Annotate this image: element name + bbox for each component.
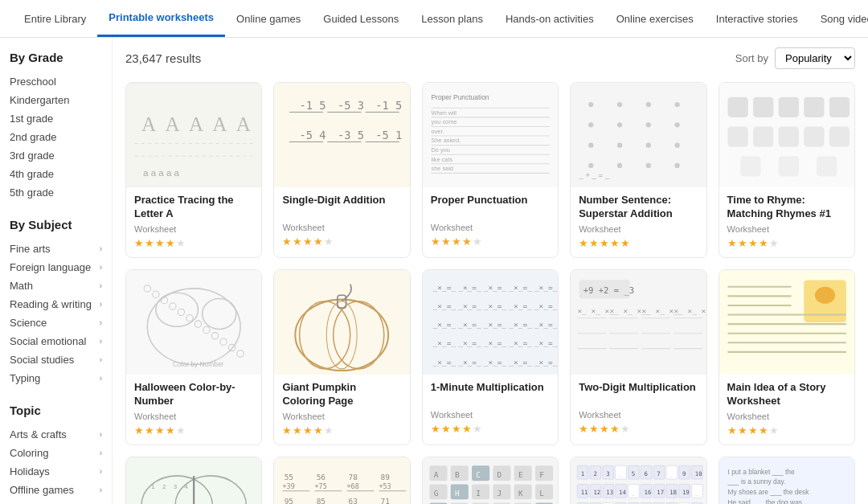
card-type: Worksheet [134, 224, 253, 234]
worksheet-card[interactable]: Main Idea of a Story WorksheetWorksheet★… [719, 269, 855, 445]
top-nav: Entire LibraryPrintable worksheetsOnline… [0, 0, 868, 38]
sidebar-item[interactable]: Preschool [10, 72, 102, 91]
svg-text:you come: you come [431, 118, 457, 125]
nav-item[interactable]: Hands-on activities [494, 2, 605, 36]
star-rating: ★★★★★ [431, 423, 550, 435]
worksheet-card[interactable]: _ + _ = _ Number Sentence: Superstar Add… [570, 82, 706, 258]
star-icon: ★ [769, 424, 779, 436]
sidebar-item[interactable]: 1st grade [10, 109, 102, 128]
sidebar-item[interactable]: Social emotional› [10, 332, 102, 350]
card-type: Worksheet [579, 410, 698, 420]
star-icon: ★ [303, 424, 313, 436]
nav-item[interactable]: Lesson plans [410, 2, 494, 36]
sort-select[interactable]: PopularityRelevanceNewest [775, 47, 855, 69]
sidebar-item[interactable]: Offline games› [10, 481, 102, 499]
sidebar-item[interactable]: Arts & crafts› [10, 425, 102, 444]
svg-text:_×_=_: _×_=_ [458, 301, 481, 310]
svg-point-40 [588, 102, 593, 107]
sidebar-item[interactable]: 5th grade [10, 183, 102, 202]
star-icon: ★ [738, 237, 747, 249]
sidebar-item[interactable]: Foreign language› [10, 258, 102, 277]
sidebar-item[interactable]: Holidays› [10, 462, 102, 481]
svg-rect-228 [451, 484, 469, 499]
worksheet-card[interactable]: +9 +2 = _3 ×_ ×_ ×_×_ ×_ ×_×_ ×_ ×_×_ ×_… [570, 269, 706, 445]
nav-item[interactable]: Entire Library [13, 2, 97, 36]
svg-rect-220 [493, 465, 510, 481]
sidebar-item[interactable]: 2nd grade [10, 128, 102, 146]
card-thumbnail: I put a blanket ___ the ___ is a sunny d… [719, 457, 854, 504]
card-grid: AAAAA a a a a a Practice Tracing the Let… [125, 82, 855, 504]
svg-rect-60 [778, 97, 798, 117]
svg-text:_×_=_: _×_=_ [458, 283, 481, 292]
svg-rect-230 [472, 484, 489, 499]
sidebar-section-title: Topic [10, 404, 102, 417]
sidebar-item[interactable]: Typing› [10, 369, 102, 387]
svg-point-51 [675, 142, 680, 147]
svg-text:_×_=_: _×_=_ [458, 338, 481, 347]
sidebar-item[interactable]: Science› [10, 313, 102, 332]
star-icon: ★ [324, 424, 334, 436]
worksheet-card[interactable]: -1 5-5 3-1 5-5 4-3 5-5 1 Single-Digit Ad… [273, 82, 410, 258]
card-thumbnail: _ + _ = _ [571, 83, 706, 187]
sidebar-item[interactable]: Kindergarten [10, 91, 102, 109]
worksheet-card[interactable]: A B C D E F G H I J [422, 457, 559, 504]
nav-item[interactable]: Song videos [809, 2, 868, 36]
svg-text:B: B [455, 470, 460, 479]
sidebar-item-label: Typing [10, 372, 40, 384]
nav-item[interactable]: Guided Lessons [312, 2, 410, 36]
sidebar-item[interactable]: 3rd grade [10, 146, 102, 165]
svg-text:2: 2 [162, 482, 166, 490]
svg-text:+39: +39 [283, 481, 295, 490]
card-title: Practice Tracing the Letter A [134, 194, 253, 221]
nav-item[interactable]: Printable worksheets [97, 0, 225, 37]
svg-text:18: 18 [669, 489, 677, 496]
svg-rect-59 [753, 97, 773, 117]
worksheet-card[interactable]: AAAAA a a a a a Practice Tracing the Let… [125, 82, 262, 258]
sidebar-item[interactable]: Math› [10, 277, 102, 295]
card-thumbnail: Proper Punctuation When willyou comeover… [423, 83, 558, 187]
worksheet-card[interactable]: Time to Rhyme: Matching Rhymes #1Workshe… [719, 82, 855, 258]
worksheet-card[interactable]: Proper Punctuation When willyou comeover… [422, 82, 559, 258]
svg-text:A: A [212, 113, 227, 135]
worksheet-card[interactable]: I put a blanket ___ the ___ is a sunny d… [719, 457, 855, 504]
worksheet-card[interactable]: Color by Number Halloween Color-by-Numbe… [125, 269, 262, 445]
star-icon: ★ [600, 237, 609, 249]
card-title: Time to Rhyme: Matching Rhymes #1 [727, 194, 846, 221]
nav-item[interactable]: Interactive stories [705, 2, 809, 36]
card-title: Halloween Color-by-Number [134, 381, 253, 408]
svg-text:I: I [476, 489, 481, 498]
sidebar-item[interactable]: Coloring› [10, 444, 102, 462]
sidebar-item[interactable]: Social studies› [10, 350, 102, 369]
card-type: Worksheet [431, 410, 550, 420]
svg-text:_×_=_: _×_=_ [484, 283, 507, 292]
star-rating: ★★★★★ [431, 236, 550, 248]
svg-text:G: G [433, 489, 438, 498]
nav-item[interactable]: Online games [225, 2, 312, 36]
worksheet-card[interactable]: 55 +39 95 +98 31 +80 82 +25 56 +75 [273, 457, 410, 504]
sidebar-item[interactable]: Reading & writing› [10, 295, 102, 313]
svg-text:1: 1 [152, 482, 155, 490]
sidebar-item[interactable]: 4th grade [10, 165, 102, 183]
sidebar-item[interactable]: Fine arts› [10, 240, 102, 258]
worksheet-card[interactable]: 12345678 Color by Number ButterflyWorksh… [125, 457, 262, 504]
svg-rect-234 [514, 484, 531, 499]
svg-text:C: C [476, 470, 481, 479]
svg-text:_×_=_: _×_=_ [534, 283, 558, 292]
star-rating: ★★★★★ [282, 424, 401, 436]
worksheet-card[interactable]: Giant Pumpkin Coloring PageWorksheet★★★★… [273, 269, 410, 445]
star-icon: ★ [166, 237, 175, 249]
star-icon: ★ [452, 423, 461, 435]
card-type: Worksheet [579, 224, 698, 234]
svg-text:-5  4: -5 4 [300, 129, 326, 141]
sidebar-item-label: 3rd grade [10, 150, 55, 162]
star-icon: ★ [738, 424, 747, 436]
card-body: Halloween Color-by-NumberWorksheet★★★★★ [126, 375, 261, 445]
worksheet-card[interactable]: _×_=__×_=__×_=__×_=__×_=__×_=__×_=__×_=_… [422, 269, 559, 445]
card-type: Worksheet [282, 412, 401, 421]
svg-text:×_ ×_ ×_: ×_ ×_ ×_ [674, 306, 706, 315]
star-icon: ★ [462, 236, 472, 248]
worksheet-card[interactable]: 1 2 3 _ 5 6 7 _ 9 10 [570, 457, 706, 504]
nav-item[interactable]: Online exercises [605, 2, 705, 36]
svg-rect-65 [778, 126, 798, 146]
sidebar-item[interactable]: Parenting & parents› [10, 499, 102, 504]
